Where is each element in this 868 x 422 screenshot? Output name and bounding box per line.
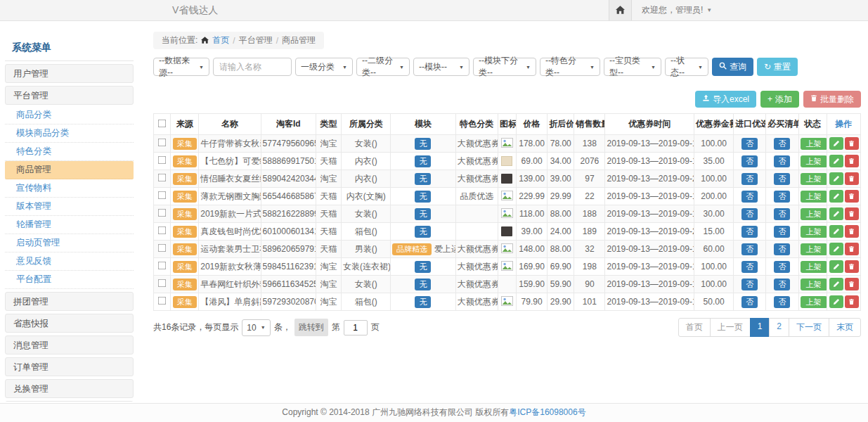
select-all-checkbox[interactable] [158, 119, 167, 127]
must-buy-toggle[interactable]: 否 [774, 155, 790, 167]
sidebar-subitem[interactable]: 平台配置 [5, 271, 134, 289]
row-checkbox[interactable] [158, 297, 167, 305]
import-select-toggle[interactable]: 否 [741, 279, 758, 290]
sidebar-group[interactable]: 省惠快报 [5, 314, 134, 333]
sidebar-subitem[interactable]: 特色分类 [5, 143, 134, 161]
row-checkbox[interactable] [158, 139, 167, 147]
module-none-badge[interactable]: 无 [415, 261, 431, 273]
sidebar-subitem[interactable]: 商品分类 [5, 106, 134, 124]
status-button[interactable]: 上架 [801, 296, 827, 308]
sidebar-group[interactable]: 用户管理 [5, 64, 134, 83]
sidebar-group[interactable]: 平台管理 [5, 86, 134, 105]
status-button[interactable]: 上架 [801, 243, 827, 255]
module-none-badge[interactable]: 无 [415, 191, 431, 203]
level2-category-select[interactable]: --二级分类--▼ [356, 58, 410, 76]
module-none-badge[interactable]: 无 [415, 155, 431, 167]
row-checkbox[interactable] [158, 262, 167, 270]
edit-button[interactable] [829, 278, 843, 290]
import-select-toggle[interactable]: 否 [741, 296, 758, 308]
sidebar-group[interactable]: 消息管理 [5, 335, 134, 354]
import-select-toggle[interactable]: 否 [741, 226, 758, 238]
sidebar-subitem[interactable]: 版本管理 [5, 198, 134, 216]
edit-button[interactable] [829, 243, 843, 255]
name-search-input[interactable] [213, 58, 292, 76]
status-button[interactable]: 上架 [801, 191, 827, 203]
delete-button[interactable] [845, 278, 859, 290]
jump-button[interactable]: 跳转到 [294, 319, 328, 336]
home-button[interactable] [609, 0, 632, 20]
module-none-badge[interactable]: 无 [415, 226, 431, 238]
sidebar-group[interactable]: 拼团管理 [5, 292, 134, 311]
status-button[interactable]: 上架 [801, 279, 827, 290]
edit-button[interactable] [829, 260, 843, 273]
status-button[interactable]: 上架 [801, 173, 827, 185]
pager-item[interactable]: 下一页 [789, 318, 829, 337]
row-checkbox[interactable] [158, 279, 167, 288]
must-buy-toggle[interactable]: 否 [774, 279, 790, 290]
item-type-select[interactable]: --宝贝类型--▼ [604, 58, 661, 76]
reset-button[interactable]: ↻ 重置 [757, 58, 798, 76]
module-none-badge[interactable]: 无 [415, 208, 431, 220]
edit-button[interactable] [829, 295, 843, 308]
must-buy-toggle[interactable]: 否 [774, 261, 790, 273]
delete-button[interactable] [845, 207, 859, 220]
row-checkbox[interactable] [158, 226, 167, 235]
import-select-toggle[interactable]: 否 [741, 155, 758, 167]
status-button[interactable]: 上架 [801, 226, 827, 238]
page-size-select[interactable]: 10 ▼ [242, 319, 270, 336]
must-buy-toggle[interactable]: 否 [774, 191, 790, 203]
status-select[interactable]: --状态--▼ [665, 58, 708, 76]
must-buy-toggle[interactable]: 否 [774, 226, 790, 238]
page-number-input[interactable] [344, 320, 368, 335]
import-select-toggle[interactable]: 否 [741, 261, 758, 273]
delete-button[interactable] [845, 190, 859, 203]
sidebar-subitem[interactable]: 轮播管理 [5, 216, 134, 234]
pager-item[interactable]: 2 [769, 318, 789, 337]
pager-item[interactable]: 上一页 [710, 318, 751, 337]
must-buy-toggle[interactable]: 否 [774, 296, 790, 308]
sidebar-subitem[interactable]: 宣传物料 [5, 179, 134, 198]
delete-button[interactable] [845, 295, 859, 308]
add-button[interactable]: + 添加 [760, 91, 799, 108]
module-sub-category-select[interactable]: --模块下分类--▼ [473, 58, 536, 76]
delete-button[interactable] [845, 155, 859, 167]
module-none-badge[interactable]: 无 [415, 279, 431, 290]
edit-button[interactable] [829, 207, 843, 220]
row-checkbox[interactable] [158, 244, 167, 252]
delete-button[interactable] [845, 225, 859, 238]
row-checkbox[interactable] [158, 209, 167, 217]
sidebar-subitem[interactable]: 意见反馈 [5, 252, 134, 271]
module-none-badge[interactable]: 无 [415, 296, 431, 308]
sidebar-subitem[interactable]: 启动页管理 [5, 234, 134, 252]
module-select[interactable]: --模块--▼ [413, 58, 469, 76]
breadcrumb-home-link[interactable]: 首页 [212, 34, 229, 46]
row-checkbox[interactable] [158, 156, 167, 165]
pager-item[interactable]: 首页 [678, 318, 711, 337]
must-buy-toggle[interactable]: 否 [774, 173, 790, 185]
module-none-badge[interactable]: 无 [415, 138, 431, 150]
sidebar-group[interactable]: 兑换管理 [5, 379, 134, 398]
user-menu[interactable]: 欢迎您，管理员! ▼ [642, 4, 712, 16]
level1-category-select[interactable]: 一级分类▼ [295, 58, 353, 76]
must-buy-toggle[interactable]: 否 [774, 243, 790, 255]
delete-button[interactable] [845, 243, 859, 255]
pager-item[interactable]: 末页 [829, 318, 861, 337]
edit-button[interactable] [829, 172, 843, 185]
import-excel-button[interactable]: 导入excel [695, 91, 756, 108]
import-select-toggle[interactable]: 否 [741, 138, 758, 150]
row-checkbox[interactable] [158, 174, 167, 182]
edit-button[interactable] [829, 225, 843, 238]
search-button[interactable]: 查询 [712, 58, 753, 76]
sidebar-group[interactable]: 结算管理 [5, 401, 134, 402]
sidebar-subitem[interactable]: 模块商品分类 [5, 124, 134, 143]
status-button[interactable]: 上架 [801, 261, 827, 273]
edit-button[interactable] [829, 190, 843, 203]
sidebar-subitem[interactable]: 商品管理 [5, 161, 134, 179]
icp-link[interactable]: 粤ICP备16098006号 [509, 407, 585, 417]
module-none-badge[interactable]: 无 [415, 173, 431, 185]
row-checkbox[interactable] [158, 191, 167, 200]
delete-button[interactable] [845, 137, 859, 150]
edit-button[interactable] [829, 137, 843, 150]
batch-delete-button[interactable]: 批量删除 [803, 91, 861, 108]
status-button[interactable]: 上架 [801, 155, 827, 167]
